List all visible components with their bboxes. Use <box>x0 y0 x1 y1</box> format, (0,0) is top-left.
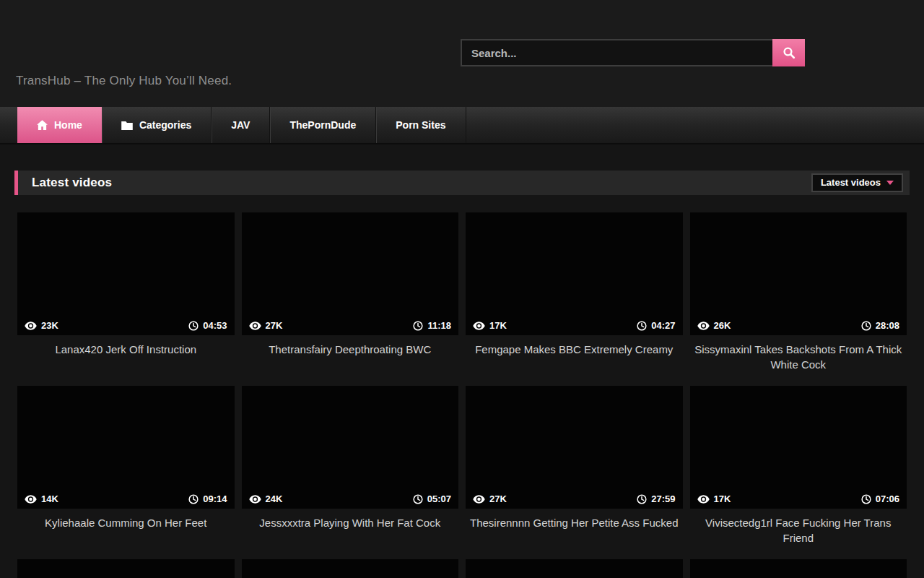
video-card[interactable] <box>242 559 459 578</box>
main-content: Latest videos Latest videos 23K <box>0 171 924 578</box>
home-icon <box>37 120 48 130</box>
video-card[interactable]: 27K 27:59 Thesirennnn Getting Her Petite… <box>466 386 683 545</box>
video-duration: 09:14 <box>188 493 227 504</box>
site-header: TransHub – The Only Hub You’ll Need. <box>0 0 924 107</box>
eye-icon <box>697 322 710 330</box>
video-duration: 04:53 <box>188 320 227 331</box>
nav-item-categories[interactable]: Categories <box>102 107 212 143</box>
video-card[interactable] <box>17 559 235 578</box>
thumbnail-meta: 17K 04:27 <box>473 320 676 331</box>
views-count: 27K <box>249 320 283 331</box>
duration-value: 27:59 <box>651 493 675 504</box>
clock-icon <box>413 321 423 331</box>
video-card[interactable]: 14K 09:14 Kyliehaale Cumming On Her Feet <box>17 386 235 545</box>
nav-item-label: Home <box>54 119 82 131</box>
search-icon <box>783 46 796 59</box>
eye-icon <box>697 495 710 504</box>
eye-icon <box>249 495 261 504</box>
nav-item-theporndude[interactable]: ThePornDude <box>270 107 376 143</box>
nav-item-label: Porn Sites <box>396 119 445 131</box>
video-title[interactable]: Lanax420 Jerk Off Instruction <box>17 342 235 372</box>
video-card[interactable]: 26K 28:08 Sissymaxinl Takes Backshots Fr… <box>690 212 907 372</box>
views-value: 27K <box>266 320 283 331</box>
video-card[interactable]: 23K 04:53 Lanax420 Jerk Off Instruction <box>17 212 235 372</box>
clock-icon <box>637 321 647 331</box>
views-value: 27K <box>489 493 507 504</box>
video-duration: 28:08 <box>861 320 899 331</box>
clock-icon <box>861 494 871 504</box>
views-count: 17K <box>473 320 507 331</box>
nav-item-porn-sites[interactable]: Porn Sites <box>376 107 466 143</box>
duration-value: 11:18 <box>427 320 451 331</box>
duration-value: 07:06 <box>876 493 899 504</box>
video-thumbnail[interactable]: 24K 05:07 <box>242 386 459 509</box>
section-header: Latest videos Latest videos <box>14 171 910 195</box>
views-count: 24K <box>249 493 283 504</box>
sort-dropdown[interactable]: Latest videos <box>811 173 903 192</box>
views-value: 17K <box>489 320 507 331</box>
thumbnail-meta: 17K 07:06 <box>697 493 900 504</box>
video-card[interactable]: 17K 04:27 Femgape Makes BBC Extremely Cr… <box>466 212 683 372</box>
views-count: 14K <box>25 493 58 504</box>
section-title: Latest videos <box>32 176 112 190</box>
duration-value: 04:27 <box>651 320 675 331</box>
video-card[interactable]: 17K 07:06 Vivisectedg1rl Face Fucking He… <box>690 386 907 545</box>
views-value: 24K <box>266 493 283 504</box>
eye-icon <box>25 495 37 504</box>
eye-icon <box>249 322 261 330</box>
video-thumbnail[interactable] <box>242 559 459 578</box>
video-title[interactable]: Thetransfairy Deepthroating BWC <box>242 342 459 372</box>
clock-icon <box>413 494 423 504</box>
video-duration: 04:27 <box>637 320 675 331</box>
search-input[interactable] <box>461 39 772 66</box>
duration-value: 28:08 <box>876 320 899 331</box>
nav-item-jav[interactable]: JAV <box>212 107 270 143</box>
video-thumbnail[interactable] <box>690 559 907 578</box>
views-count: 26K <box>697 320 731 331</box>
video-thumbnail[interactable]: 26K 28:08 <box>690 212 907 335</box>
thumbnail-meta: 14K 09:14 <box>25 493 227 504</box>
thumbnail-meta: 27K 11:18 <box>249 320 452 331</box>
video-title[interactable]: Femgape Makes BBC Extremely Creamy <box>466 342 683 372</box>
video-thumbnail[interactable]: 17K 04:27 <box>466 212 683 335</box>
chevron-down-icon <box>886 181 894 185</box>
video-card[interactable]: 24K 05:07 Jessxxxtra Playing With Her Fa… <box>242 386 459 545</box>
thumbnail-meta: 24K 05:07 <box>249 493 452 504</box>
video-title[interactable]: Thesirennnn Getting Her Petite Ass Fucke… <box>466 515 683 545</box>
views-count: 17K <box>697 493 731 504</box>
search-button[interactable] <box>772 39 805 66</box>
clock-icon <box>188 494 199 504</box>
views-value: 14K <box>41 493 58 504</box>
video-card[interactable] <box>466 559 683 578</box>
video-thumbnail[interactable]: 27K 27:59 <box>466 386 683 509</box>
nav-item-label: JAV <box>231 119 250 131</box>
video-title[interactable]: Jessxxxtra Playing With Her Fat Cock <box>242 515 459 545</box>
video-title[interactable]: Sissymaxinl Takes Backshots From A Thick… <box>690 342 907 372</box>
nav-item-home[interactable]: Home <box>17 107 102 143</box>
video-thumbnail[interactable] <box>466 559 683 578</box>
video-thumbnail[interactable] <box>17 559 235 578</box>
video-thumbnail[interactable]: 27K 11:18 <box>242 212 459 335</box>
thumbnail-meta: 23K 04:53 <box>25 320 227 331</box>
duration-value: 04:53 <box>203 320 227 331</box>
eye-icon <box>25 322 37 330</box>
video-card[interactable]: 27K 11:18 Thetransfairy Deepthroating BW… <box>242 212 459 372</box>
video-duration: 05:07 <box>413 493 451 504</box>
video-thumbnail[interactable]: 14K 09:14 <box>17 386 235 509</box>
thumbnail-meta: 26K 28:08 <box>697 320 900 331</box>
views-value: 26K <box>714 320 731 331</box>
video-card[interactable] <box>690 559 907 578</box>
eye-icon <box>473 322 485 330</box>
site-tagline: TransHub – The Only Hub You’ll Need. <box>16 74 232 88</box>
main-nav: Home Categories JAV ThePornDude Porn Sit… <box>0 107 924 144</box>
video-title[interactable]: Vivisectedg1rl Face Fucking Her Trans Fr… <box>690 515 907 545</box>
video-duration: 07:06 <box>861 493 899 504</box>
views-count: 27K <box>473 493 507 504</box>
video-title[interactable]: Kyliehaale Cumming On Her Feet <box>17 515 235 545</box>
thumbnail-meta: 27K 27:59 <box>473 493 676 504</box>
video-duration: 27:59 <box>637 493 675 504</box>
video-thumbnail[interactable]: 17K 07:06 <box>690 386 907 509</box>
clock-icon <box>188 321 199 331</box>
video-thumbnail[interactable]: 23K 04:53 <box>17 212 235 335</box>
folder-icon <box>121 121 133 130</box>
